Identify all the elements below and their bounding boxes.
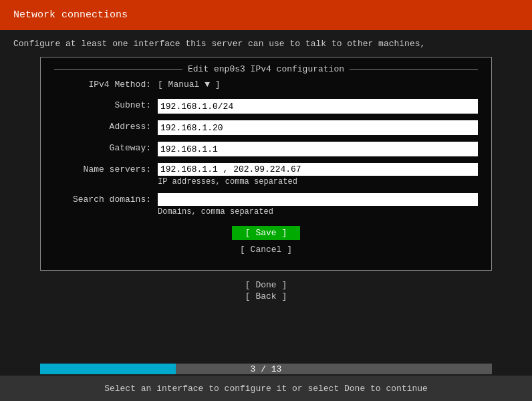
progress-area: 3 / 13 <box>0 364 532 374</box>
subnet-input[interactable] <box>158 99 478 114</box>
instruction-text: Configure at least one interface this se… <box>0 30 532 57</box>
subnet-row: Subnet: <box>54 99 478 114</box>
border-line-right <box>350 69 478 70</box>
searchdomains-row: Search domains: Domains, comma separated <box>54 193 478 217</box>
bottom-nav: [ Done ] [ Back ] <box>0 280 532 301</box>
progress-remaining <box>176 364 492 374</box>
bottom-status: Select an interface to configure it or s… <box>0 376 532 401</box>
nameservers-input[interactable] <box>158 163 478 176</box>
border-line-left <box>54 69 182 70</box>
top-header: Network connections <box>0 0 532 30</box>
ipv4-method-label: IPv4 Method: <box>54 80 158 90</box>
save-button[interactable]: [ Save ] <box>232 226 300 240</box>
ipv4-method-row: IPv4 Method: [ Manual ▼ ] <box>54 80 478 90</box>
dialog-buttons: [ Save ] [ Cancel ] <box>54 226 478 257</box>
header-title: Network connections <box>13 9 128 21</box>
address-row: Address: <box>54 120 478 135</box>
cancel-button[interactable]: [ Cancel ] <box>227 243 305 257</box>
searchdomains-hint: Domains, comma separated <box>158 207 478 217</box>
address-input[interactable] <box>158 120 478 135</box>
progress-fill <box>40 364 176 374</box>
ipv4-method-select[interactable]: [ Manual ▼ ] <box>158 80 221 90</box>
gateway-label: Gateway: <box>54 142 158 153</box>
nameservers-container: IP addresses, comma separated <box>158 163 478 186</box>
done-button[interactable]: [ Done ] <box>245 280 287 290</box>
address-label: Address: <box>54 120 158 132</box>
status-text: Select an interface to configure it or s… <box>104 384 428 394</box>
searchdomains-label: Search domains: <box>54 193 158 205</box>
searchdomains-container: Domains, comma separated <box>158 193 478 217</box>
gateway-input[interactable] <box>158 142 478 156</box>
searchdomains-input[interactable] <box>158 193 478 206</box>
dialog-title-row: Edit enp0s3 IPv4 configuration <box>54 64 478 74</box>
gateway-row: Gateway: <box>54 142 478 156</box>
subnet-label: Subnet: <box>54 99 158 110</box>
back-button[interactable]: [ Back ] <box>245 291 287 301</box>
nameservers-label: Name servers: <box>54 163 158 174</box>
progress-label: 3 / 13 <box>251 364 282 374</box>
nameservers-row: Name servers: IP addresses, comma separa… <box>54 163 478 186</box>
dialog-title: Edit enp0s3 IPv4 configuration <box>182 64 350 74</box>
dialog-box: Edit enp0s3 IPv4 configuration IPv4 Meth… <box>40 57 492 271</box>
nameservers-hint: IP addresses, comma separated <box>158 177 478 186</box>
progress-bar: 3 / 13 <box>40 364 492 374</box>
